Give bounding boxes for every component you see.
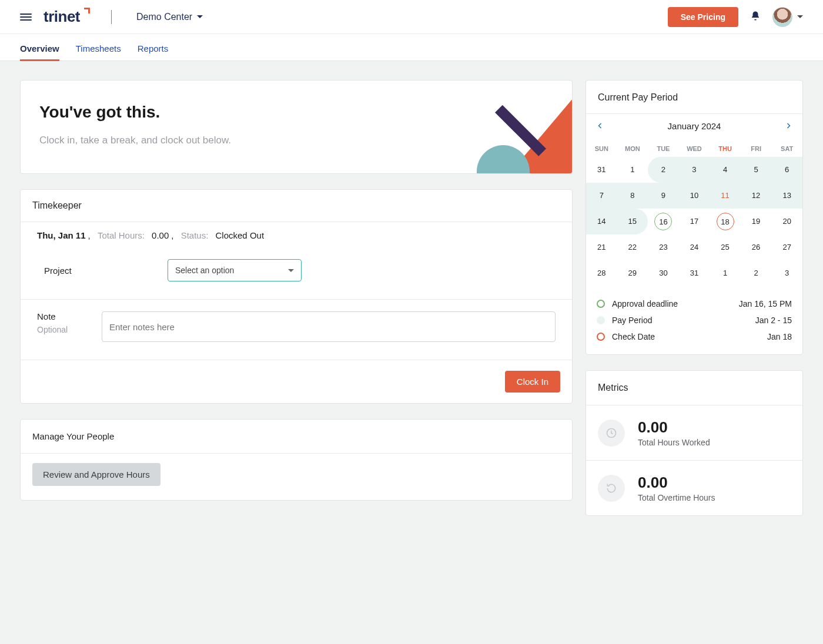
- project-select[interactable]: Select an option: [168, 259, 302, 281]
- avatar-icon: [772, 7, 792, 27]
- project-placeholder: Select an option: [175, 266, 234, 275]
- calendar-day[interactable]: 21: [586, 234, 617, 260]
- manage-people-card: Manage Your People Review and Approve Ho…: [20, 419, 573, 501]
- hours-value: 0.00: [152, 230, 169, 240]
- hero-graphic: [479, 98, 573, 174]
- calendar-day[interactable]: 13: [771, 183, 802, 209]
- calendar-next-button[interactable]: [785, 122, 792, 131]
- hero-title: You've got this.: [39, 103, 553, 122]
- calendar-day[interactable]: 5: [741, 157, 772, 183]
- menu-toggle[interactable]: [20, 14, 32, 21]
- calendar-day[interactable]: 17: [679, 209, 710, 234]
- check-date-icon: [597, 333, 605, 341]
- overtime-value: 0.00: [638, 474, 715, 492]
- calendar-grid: SUNMONTUEWEDTHUFRISAT 311234567891011121…: [586, 140, 802, 286]
- workspace-selector[interactable]: Demo Center: [136, 12, 203, 22]
- calendar-day[interactable]: 16: [648, 209, 679, 234]
- pay-period-title: Current Pay Period: [586, 80, 802, 113]
- chevron-down-icon: [288, 269, 294, 272]
- calendar-day[interactable]: 26: [741, 234, 772, 260]
- approval-value: Jan 16, 15 PM: [739, 299, 792, 308]
- metric-hours-worked: 0.00 Total Hours Worked: [586, 405, 802, 460]
- note-optional: Optional: [37, 325, 84, 334]
- calendar-day[interactable]: 18: [710, 209, 741, 234]
- hero-card: You've got this. Clock in, take a break,…: [20, 80, 573, 174]
- calendar-month: January 2024: [604, 121, 785, 131]
- overtime-icon: [598, 475, 625, 502]
- logo-mark-icon: [82, 8, 90, 16]
- calendar-day[interactable]: 6: [771, 157, 802, 183]
- divider: [111, 10, 112, 24]
- pay-period-card: Current Pay Period January 2024 SUNMONTU…: [586, 80, 803, 355]
- hours-worked-label: Total Hours Worked: [638, 438, 710, 447]
- calendar-day[interactable]: 15: [617, 209, 648, 234]
- clock-in-button[interactable]: Clock In: [505, 371, 560, 393]
- status-label: Status:: [181, 230, 209, 240]
- calendar-day[interactable]: 28: [586, 260, 617, 286]
- clock-icon: [598, 420, 625, 447]
- calendar-day[interactable]: 8: [617, 183, 648, 209]
- project-label: Project: [44, 266, 156, 276]
- calendar-day[interactable]: 3: [679, 157, 710, 183]
- calendar-day[interactable]: 1: [710, 260, 741, 286]
- metrics-card: Metrics 0.00 Total Hours Worked 0.00 Tot…: [586, 370, 803, 516]
- metric-overtime: 0.00 Total Overtime Hours: [586, 460, 802, 515]
- calendar-day[interactable]: 1: [617, 157, 648, 183]
- calendar-dow: TUE: [648, 140, 679, 157]
- timekeeper-date: Thu, Jan 11: [37, 230, 86, 240]
- timekeeper-title: Timekeeper: [21, 190, 572, 222]
- calendar-day[interactable]: 3: [771, 260, 802, 286]
- workspace-name: Demo Center: [136, 12, 192, 22]
- calendar-dow: MON: [617, 140, 648, 157]
- calendar-day[interactable]: 31: [679, 260, 710, 286]
- chevron-down-icon: [197, 15, 203, 18]
- calendar-dow: SAT: [771, 140, 802, 157]
- review-approve-button[interactable]: Review and Approve Hours: [32, 463, 160, 486]
- calendar-day[interactable]: 10: [679, 183, 710, 209]
- payperiod-label: Pay Period: [612, 316, 652, 325]
- note-input[interactable]: [102, 311, 556, 342]
- calendar-day[interactable]: 30: [648, 260, 679, 286]
- calendar-dow: WED: [679, 140, 710, 157]
- calendar-day[interactable]: 4: [710, 157, 741, 183]
- notifications-icon[interactable]: [750, 11, 761, 23]
- status-value: Clocked Out: [216, 230, 265, 240]
- calendar-day[interactable]: 19: [741, 209, 772, 234]
- metrics-title: Metrics: [586, 371, 802, 405]
- calendar-day[interactable]: 11: [710, 183, 741, 209]
- timekeeper-card: Timekeeper Thu, Jan 11, Total Hours: 0.0…: [20, 189, 573, 404]
- check-value: Jan 18: [767, 332, 792, 341]
- approval-deadline-icon: [597, 300, 605, 308]
- calendar-day[interactable]: 12: [741, 183, 772, 209]
- hours-worked-value: 0.00: [638, 418, 710, 437]
- calendar-dow: THU: [710, 140, 741, 157]
- calendar-day[interactable]: 31: [586, 157, 617, 183]
- calendar-day[interactable]: 25: [710, 234, 741, 260]
- calendar-day[interactable]: 27: [771, 234, 802, 260]
- user-menu[interactable]: [772, 7, 803, 27]
- timekeeper-summary: Thu, Jan 11, Total Hours: 0.00, Status: …: [21, 222, 572, 249]
- tab-overview[interactable]: Overview: [20, 43, 59, 61]
- chevron-down-icon: [797, 15, 803, 18]
- tab-reports[interactable]: Reports: [138, 43, 169, 61]
- calendar-day[interactable]: 7: [586, 183, 617, 209]
- see-pricing-button[interactable]: See Pricing: [668, 7, 738, 27]
- calendar-day[interactable]: 22: [617, 234, 648, 260]
- calendar-dow: FRI: [741, 140, 772, 157]
- calendar-prev-button[interactable]: [597, 122, 604, 131]
- calendar-day[interactable]: 24: [679, 234, 710, 260]
- tab-timesheets[interactable]: Timesheets: [76, 43, 121, 61]
- calendar-day[interactable]: 23: [648, 234, 679, 260]
- check-label: Check Date: [612, 332, 655, 341]
- pay-period-icon: [597, 316, 605, 324]
- calendar-day[interactable]: 2: [741, 260, 772, 286]
- hours-label: Total Hours:: [98, 230, 145, 240]
- calendar-day[interactable]: 9: [648, 183, 679, 209]
- calendar-day[interactable]: 14: [586, 209, 617, 234]
- calendar-day[interactable]: 20: [771, 209, 802, 234]
- overtime-label: Total Overtime Hours: [638, 493, 715, 502]
- calendar-day[interactable]: 2: [648, 157, 679, 183]
- logo[interactable]: trinet: [44, 8, 90, 26]
- note-label: Note: [37, 311, 84, 321]
- calendar-day[interactable]: 29: [617, 260, 648, 286]
